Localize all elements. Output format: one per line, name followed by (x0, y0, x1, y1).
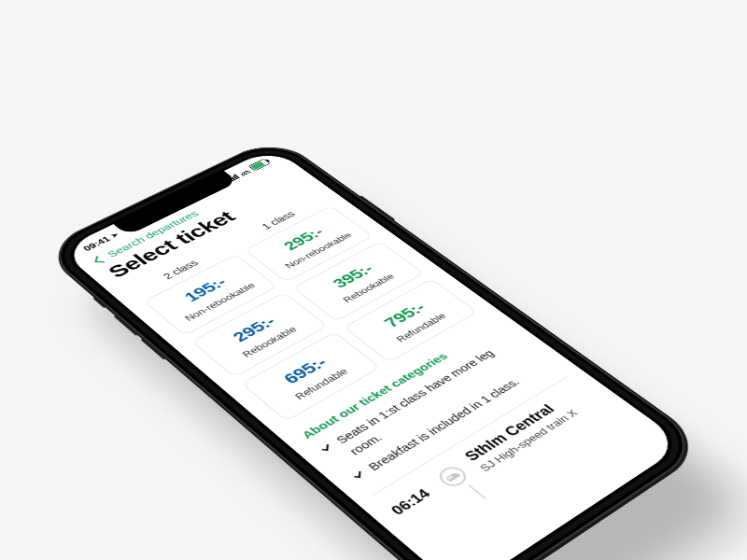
journey-station: Sthlm Central (461, 383, 589, 464)
chevron-left-icon (94, 256, 106, 262)
ticket-price: 695:- (257, 343, 353, 400)
journey-time: 06:14 (388, 481, 444, 518)
ticket-label: Refundable (276, 357, 367, 411)
phone-frame: 09:41 ➤ Search departures Select ticke (40, 136, 708, 560)
about-list: Seats in 1:st class have more leg room. … (316, 334, 555, 485)
about-item: Breakfast is included in 1 class. (347, 357, 554, 484)
journey-row[interactable]: 06:14 Sthlm Central SJ High-speed train … (374, 377, 619, 539)
journey-service: SJ High-speed train X (477, 395, 601, 474)
train-icon (434, 464, 472, 490)
location-icon: ➤ (109, 231, 120, 239)
ticket-2class-refundable[interactable]: 695:- Refundable (241, 331, 380, 421)
about-item: Seats in 1:st class have more leg room. (316, 334, 535, 469)
journey-line (468, 484, 486, 498)
